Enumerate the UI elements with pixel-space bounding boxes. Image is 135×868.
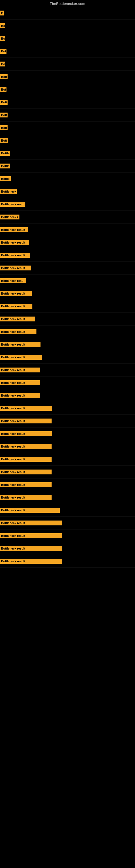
bar-label: B	[0, 10, 4, 16]
bar-row: Bott	[0, 122, 135, 134]
bar-label: Bottleneck result	[0, 495, 52, 500]
bar-label: Bottleneck result	[0, 316, 35, 321]
bar-label: Bottleneck result	[0, 418, 52, 424]
bar-label: Bottleneck result	[0, 291, 32, 296]
bar-label: Bott	[0, 138, 8, 143]
bar-row: Bo	[0, 20, 135, 32]
bar-row: Bottleneck result	[0, 326, 135, 338]
bar-row: Bo	[0, 32, 135, 45]
bar-row: Bottleneck result	[0, 478, 135, 491]
bar-row: Bott	[0, 109, 135, 122]
bar-label: Bottleneck result	[0, 227, 28, 232]
bar-row: Bo	[0, 58, 135, 70]
bar-label: Bottle	[0, 176, 11, 181]
bar-row: Bottleneck result	[0, 262, 135, 275]
bar-label: Bott	[0, 113, 8, 118]
bar-label: Bottleneck result	[0, 546, 62, 551]
bar-row: Bottleneck result	[0, 491, 135, 504]
bar-label: Bottleneck result	[0, 431, 52, 436]
bar-row: Bottleneck result	[0, 428, 135, 440]
bar-label: Bottle	[0, 151, 10, 156]
bar-label: Bottle	[0, 163, 10, 168]
bar-label: Bottleneck result	[0, 266, 31, 271]
bar-row: Bottleneck result	[0, 249, 135, 262]
bar-row: Bottleneck result	[0, 236, 135, 249]
bar-row: Bottleneck result	[0, 402, 135, 415]
bar-row: Bottleneck result	[0, 504, 135, 517]
bar-label: Bot	[0, 49, 6, 54]
bar-row: Bottleneck result	[0, 364, 135, 376]
bar-label: Bottleneck result	[0, 469, 52, 474]
bar-label: Bottleneck result	[0, 393, 40, 398]
bar-label: Bottleneck resu	[0, 202, 26, 207]
bar-row: Bottleneck result	[0, 440, 135, 453]
bar-row: Bot	[0, 83, 135, 96]
bar-row: Bottleneck resu	[0, 275, 135, 287]
bar-row: Bottleneck result	[0, 415, 135, 428]
bar-row: Bottle	[0, 173, 135, 185]
bar-row: Bott	[0, 96, 135, 109]
bar-row: Bottleneck result	[0, 529, 135, 542]
bar-label: Bottleneck result	[0, 406, 52, 411]
bar-label: Bott	[0, 74, 8, 79]
bar-label: Bottleneck result	[0, 380, 40, 385]
bar-row: Bottleneck result	[0, 223, 135, 236]
bar-row: Bottleneck result	[0, 389, 135, 402]
bar-label: Bottleneck result	[0, 533, 62, 538]
bar-label: Bottleneck result	[0, 342, 41, 347]
bar-row: Bottleneck result	[0, 453, 135, 466]
bar-row: Bottleneck resu	[0, 198, 135, 211]
bar-row: Bottleneck r	[0, 211, 135, 223]
bar-row: Bottleneck result	[0, 517, 135, 529]
bar-label: Bottleneck result	[0, 253, 30, 258]
bar-label: Bottleneck result	[0, 329, 37, 334]
bar-row: Bottleneck result	[0, 555, 135, 568]
bar-row: Bott	[0, 70, 135, 83]
bar-row: Bottleneck	[0, 185, 135, 198]
bar-label: Bottleneck result	[0, 508, 60, 513]
bar-row: Bot	[0, 45, 135, 58]
bar-row: Bottleneck result	[0, 351, 135, 364]
bar-row: Bottle	[0, 147, 135, 160]
bar-label: Bot	[0, 87, 6, 92]
bar-label: Bottleneck result	[0, 521, 62, 525]
bar-row: Bottleneck result	[0, 376, 135, 389]
bar-label: Bottleneck r	[0, 215, 19, 219]
bar-label: Bottleneck result	[0, 304, 32, 309]
bar-row: Bottleneck result	[0, 338, 135, 351]
bar-label: Bott	[0, 100, 8, 105]
bar-row: Bottleneck result	[0, 466, 135, 478]
bar-label: Bo	[0, 36, 5, 41]
bar-label: Bo	[0, 23, 5, 28]
bar-label: Bott	[0, 125, 8, 130]
site-title: TheBottlenecker.com	[0, 0, 135, 7]
bar-row: Bottleneck result	[0, 287, 135, 300]
bar-label: Bottleneck result	[0, 457, 52, 462]
bar-label: Bottleneck result	[0, 355, 42, 360]
bar-row: B	[0, 7, 135, 20]
bar-label: Bottleneck result	[0, 240, 29, 245]
bar-label: Bottleneck result	[0, 368, 40, 372]
bar-label: Bottleneck result	[0, 559, 62, 564]
bar-row: Bottleneck result	[0, 300, 135, 313]
bar-row: Bottleneck result	[0, 313, 135, 326]
bar-label: Bottleneck resu	[0, 278, 26, 283]
bar-row: Bott	[0, 134, 135, 147]
bar-label: Bo	[0, 62, 5, 66]
bar-row: Bottle	[0, 160, 135, 173]
bar-label: Bottleneck result	[0, 482, 52, 487]
bar-row: Bottleneck result	[0, 542, 135, 555]
bar-label: Bottleneck	[0, 189, 17, 194]
bar-label: Bottleneck result	[0, 444, 52, 449]
